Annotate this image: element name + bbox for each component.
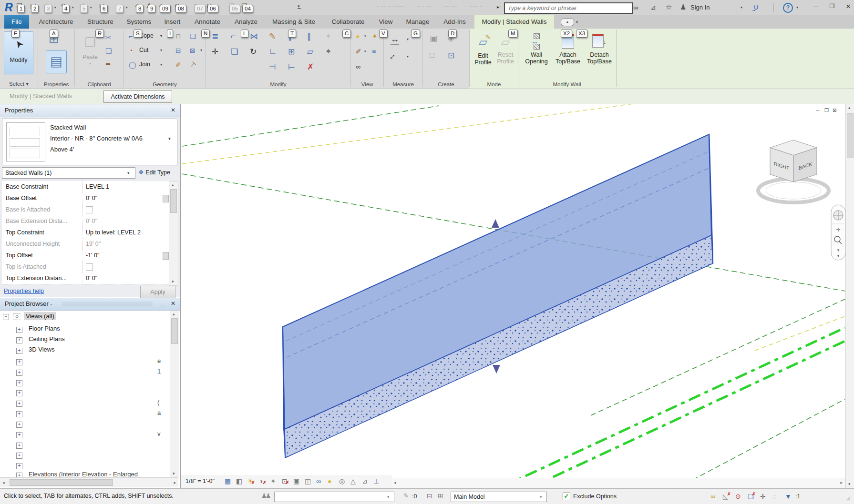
properties-scroll-thumb[interactable] [170, 189, 177, 213]
drag-elements-on-selection-icon[interactable]: ✛ [760, 493, 766, 500]
browser-scroll-left-icon[interactable]: ◂ [2, 481, 5, 485]
view-close-icon[interactable]: ⊠ [833, 108, 836, 113]
measure-caret-icon-2[interactable]: ▾ [407, 54, 409, 59]
cut-geometry-icon[interactable]: ◔ [129, 47, 133, 54]
qat-customize-icon[interactable]: ▾▔ [298, 4, 301, 13]
tab-file[interactable]: File [4, 15, 29, 29]
wall-opening-button[interactable]: ↔ Wall Opening [522, 31, 551, 75]
browser-scroll-up-icon[interactable]: ▴ [173, 312, 175, 316]
view-brush-caret-icon[interactable]: ▾ [364, 50, 366, 53]
highlight-displacement-icon[interactable]: ⊿ [362, 477, 368, 485]
canvas-vscroll-thumb[interactable] [847, 113, 854, 158]
wall-joins-icon[interactable]: ❑ [190, 32, 196, 40]
geometry-row-label[interactable]: Join [139, 61, 150, 68]
ribbon-display-toggle[interactable]: ▴ [561, 18, 574, 26]
property-value[interactable]: -1' 0" [86, 250, 99, 261]
worksets-combo[interactable]: ▾ [274, 492, 394, 502]
browser-hscroll-thumb[interactable] [10, 479, 113, 486]
trim-extend-multiple-icon[interactable]: ⊨ [288, 62, 295, 72]
select-links-icon[interactable]: ∞ [710, 493, 715, 500]
create-group-icon[interactable]: ▣ [430, 33, 437, 43]
copy-to-clipboard-icon[interactable]: ❏ [105, 47, 112, 55]
tab-collaborate[interactable]: Collaborate [326, 15, 370, 29]
properties-palette-header[interactable]: Properties ✕ [0, 104, 180, 117]
drawing-area[interactable]: RIGHT BACK ✛ ▾ ▾ [180, 104, 854, 488]
activate-dimensions-button[interactable]: Activate Dimensions [103, 91, 172, 103]
ribbon-display-toggle-caret[interactable]: ▾ [576, 20, 578, 24]
browser-hscrollbar[interactable]: ◂ ▸ [0, 477, 178, 487]
view-restore-icon[interactable]: ❐ [824, 108, 829, 113]
tree-expand-box[interactable]: + [16, 422, 22, 428]
detail-level-icon[interactable]: ▦ [225, 477, 231, 485]
selection-ring-icon[interactable]: ◌ [772, 493, 776, 500]
tab-massing-site[interactable]: Massing & Site [266, 15, 322, 29]
hidden-elements-lightbulb-icon[interactable]: ● [356, 32, 360, 40]
render-icon[interactable]: ✦ [372, 32, 378, 40]
view-bulb-caret-icon[interactable]: ▾ [364, 34, 366, 38]
geometry-row-label[interactable]: Cut [139, 47, 148, 53]
paint-icon[interactable]: ✐ [175, 61, 181, 69]
qat-caret-icon[interactable]: ▾ [126, 6, 128, 10]
tab-structure[interactable]: Structure [82, 15, 119, 29]
associate-parameter-button[interactable] [163, 252, 169, 260]
worksharing-display-icon[interactable]: ◫ [305, 477, 311, 485]
filter-count[interactable]: :1 [795, 493, 800, 500]
panel-select-label[interactable]: Select ▾ [0, 81, 38, 87]
tree-expand-box[interactable]: + [16, 348, 22, 354]
editing-requests-icon[interactable]: ✎ [403, 493, 409, 499]
properties-close-icon[interactable]: ✕ [171, 107, 175, 113]
favorites-star-icon[interactable]: ☆ [666, 3, 672, 10]
type-selector[interactable]: Stacked Wall Interior - NR - 8" Concrete… [2, 119, 177, 165]
canvas-scroll-up-icon[interactable]: ▴ [848, 106, 851, 110]
pin-icon[interactable]: ⌖ [326, 47, 331, 56]
tab-modify-stacked-walls[interactable]: Modify | Stacked Walls [474, 15, 554, 29]
geometry-row-caret-icon[interactable]: ▾ [160, 34, 162, 38]
help-dropdown-icon[interactable]: ▾ [796, 6, 798, 10]
tree-item-views-all[interactable]: Views (all) [24, 312, 56, 320]
sign-in-button[interactable]: Sign In [690, 4, 710, 11]
view-minimize-icon[interactable]: – [816, 107, 819, 112]
move-icon[interactable]: ✛ [212, 47, 218, 57]
exclude-options-checkbox[interactable]: ✓ [563, 493, 570, 500]
property-value[interactable]: 0' 0" [86, 192, 97, 204]
tree-item-ceiling-plans[interactable]: Ceiling Plans [29, 335, 65, 343]
browser-scroll-down-icon[interactable]: ▾ [173, 472, 175, 476]
tree-expand-box[interactable]: + [16, 453, 22, 459]
tab-add-ins[interactable]: Add-Ins [437, 15, 472, 29]
canvas-hscrollbar[interactable]: ◂ ▸ [392, 478, 845, 488]
scale-button[interactable]: 1/8" = 1'-0" [185, 478, 215, 484]
filter-icon[interactable]: ▼ [785, 493, 792, 500]
show-rendering-icon[interactable]: ✦ [270, 477, 276, 485]
tree-expand-box[interactable]: + [16, 370, 22, 376]
properties-palette-toggle[interactable]: ▤ [46, 50, 67, 73]
detach-top-base-button[interactable]: ↓ Detach Top/Base [585, 31, 614, 75]
attach-top-base-button[interactable]: Attach Top/Base [553, 31, 583, 75]
close-hidden-glasses-icon[interactable]: ∞ [356, 63, 360, 71]
resize-grip[interactable]: ◢ [846, 495, 850, 501]
rotate-icon[interactable]: ↻ [250, 47, 257, 57]
property-value[interactable]: Up to level: LEVEL 2 [86, 227, 141, 238]
tab-analyze[interactable]: Analyze [230, 15, 262, 29]
trim-extend-single-icon[interactable]: ⊣ [269, 62, 276, 72]
reveal-constraints-icon[interactable]: ⊥ [373, 477, 379, 485]
browser-scroll-thumb[interactable] [171, 318, 178, 344]
cope-icon[interactable]: ⌐ [129, 32, 133, 40]
exclude-options-label[interactable]: Exclude Options [573, 493, 617, 500]
cut-to-clipboard-icon[interactable]: ✂ [105, 33, 112, 42]
exchange-apps-cart-icon[interactable]: ∪•• [753, 3, 761, 10]
modify-button[interactable]: ➤ Modify [4, 31, 33, 74]
user-icon[interactable]: ♟ [680, 3, 686, 10]
copy-icon[interactable]: ❏ [231, 47, 238, 57]
geometry-row-caret-icon[interactable]: ▾ [160, 62, 162, 67]
selection-filter-caret-icon[interactable]: ▾ [127, 171, 130, 175]
worksets-icon[interactable]: ♟♟ [261, 493, 269, 499]
tree-item-elevations[interactable]: Elevations (Interior Elevation - Enlarge… [29, 471, 168, 477]
temporary-hide-isolate-icon[interactable]: ∞ [316, 477, 321, 485]
property-value[interactable]: 0' 0" [86, 272, 97, 284]
worksets-combo-caret-icon[interactable]: ▾ [387, 495, 390, 499]
tree-expand-box[interactable]: + [16, 390, 22, 396]
mirror-draw-axis-icon[interactable]: ✎ [269, 31, 276, 41]
close-button[interactable]: ✕ [843, 3, 854, 10]
beam-coping-icon[interactable]: ⊓ [175, 32, 181, 40]
canvas-scroll-left-icon[interactable]: ◂ [394, 481, 396, 485]
